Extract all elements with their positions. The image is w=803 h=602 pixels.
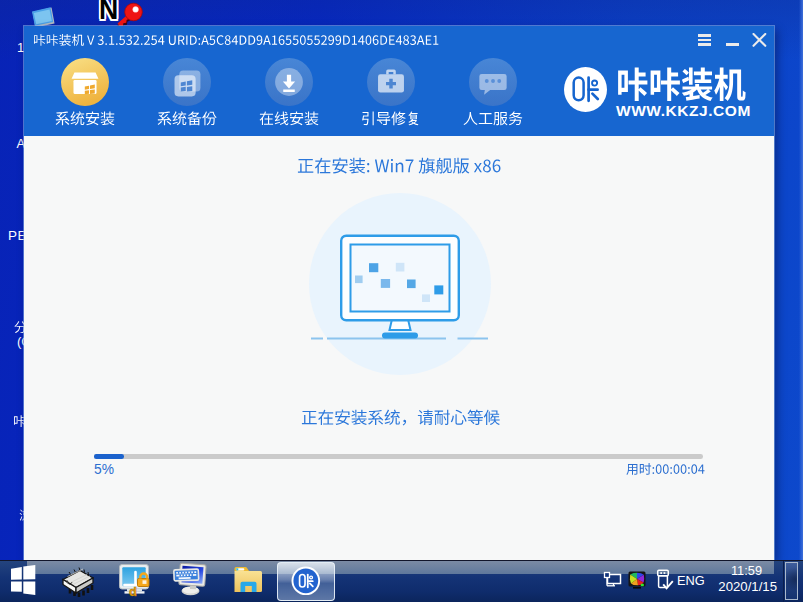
svg-text:d: d bbox=[129, 584, 137, 597]
